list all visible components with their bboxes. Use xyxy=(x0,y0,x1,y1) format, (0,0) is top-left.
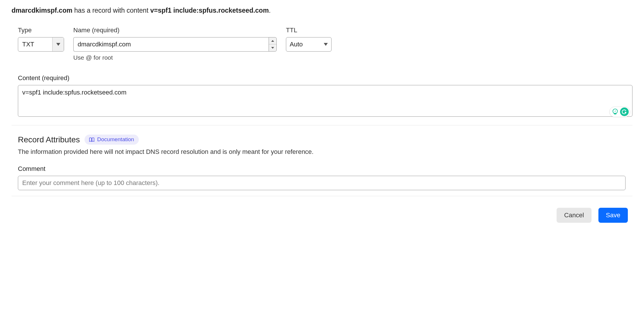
type-field-group: Type TXT xyxy=(18,26,64,62)
svg-marker-1 xyxy=(271,40,274,42)
top-form-row: Type TXT Name (required) xyxy=(12,26,632,62)
name-input[interactable] xyxy=(73,37,269,52)
comment-label: Comment xyxy=(18,165,626,173)
svg-marker-2 xyxy=(271,47,274,49)
lightbulb-icon xyxy=(612,109,618,115)
header-suffix: . xyxy=(269,7,271,14)
ttl-field-group: TTL Auto xyxy=(286,26,332,62)
content-label: Content (required) xyxy=(18,74,632,83)
comment-input[interactable] xyxy=(18,176,626,190)
content-field-group: Content (required) xyxy=(12,74,632,119)
type-select-value: TXT xyxy=(18,37,52,51)
cancel-button[interactable]: Cancel xyxy=(557,208,591,223)
record-attributes-section: Record Attributes Documentation The info… xyxy=(12,134,632,156)
svg-marker-3 xyxy=(324,43,328,46)
record-header: dmarcdkimspf.com has a record with conte… xyxy=(12,6,632,15)
content-textarea[interactable] xyxy=(18,85,632,117)
type-select[interactable]: TXT xyxy=(18,37,64,52)
svg-marker-5 xyxy=(615,110,616,112)
attributes-description: The information provided here will not i… xyxy=(18,148,632,156)
save-button[interactable]: Save xyxy=(598,208,628,223)
book-icon xyxy=(89,137,94,142)
name-label: Name (required) xyxy=(73,26,277,35)
type-label: Type xyxy=(18,26,64,35)
name-helper: Use @ for root xyxy=(73,53,277,62)
header-domain: dmarcdkimspf.com xyxy=(12,7,72,14)
header-record-content: v=spf1 include:spfus.rocketseed.com xyxy=(150,7,269,14)
type-select-arrow[interactable] xyxy=(52,37,64,51)
header-middle: has a record with content xyxy=(72,7,150,14)
footer-buttons: Cancel Save xyxy=(12,208,632,223)
comment-field-group: Comment xyxy=(12,165,632,190)
svg-marker-0 xyxy=(56,43,60,46)
svg-rect-4 xyxy=(614,114,616,114)
name-input-wrap xyxy=(73,37,277,52)
ttl-label: TTL xyxy=(286,26,332,35)
name-spinner xyxy=(269,37,277,52)
ttl-select-value: Auto xyxy=(290,40,303,49)
chevron-down-icon xyxy=(271,47,274,49)
chevron-down-icon xyxy=(324,43,328,46)
spinner-up-button[interactable] xyxy=(269,37,276,45)
divider-bottom xyxy=(12,196,632,196)
chevron-up-icon xyxy=(271,40,274,42)
spinner-down-button[interactable] xyxy=(269,44,276,51)
attributes-header: Record Attributes Documentation xyxy=(18,134,632,145)
name-field-group: Name (required) Use @ for root xyxy=(73,26,277,62)
documentation-link[interactable]: Documentation xyxy=(85,135,139,145)
grammarly-icon xyxy=(620,107,629,116)
divider xyxy=(12,125,632,125)
ttl-select[interactable]: Auto xyxy=(286,37,332,52)
grammarly-widget[interactable] xyxy=(609,107,630,117)
content-area-wrap xyxy=(18,85,632,119)
documentation-label: Documentation xyxy=(97,136,134,143)
chevron-down-icon xyxy=(56,43,60,46)
attributes-title: Record Attributes xyxy=(18,134,80,145)
